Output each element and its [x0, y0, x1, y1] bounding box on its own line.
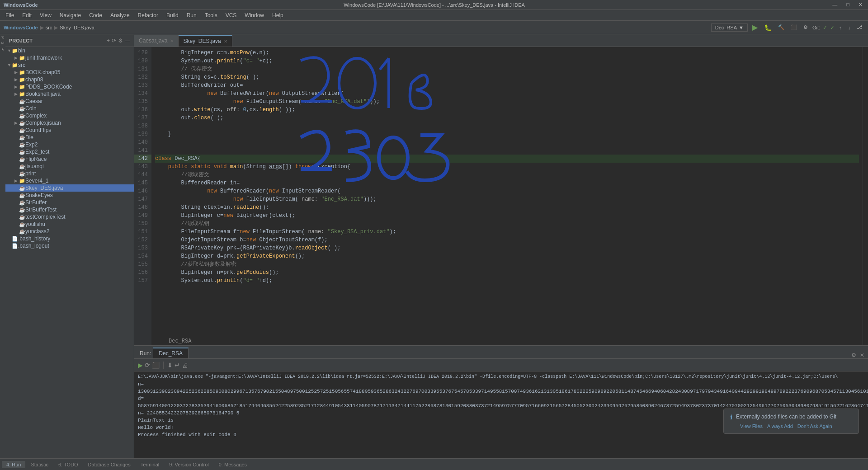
git-pull-icon[interactable]: ↓ — [846, 24, 853, 31]
code-editor[interactable]: 129 130 131 132 133 134 135 136 137 138 … — [134, 47, 868, 345]
tree-item-jisuanqi[interactable]: ☕jisuanqi — [5, 163, 134, 170]
tree-item-fliprace[interactable]: ☕FlipRace — [5, 155, 134, 163]
menu-item-window[interactable]: Window — [241, 11, 268, 19]
tree-item-yunclass2[interactable]: ☕yunclass2 — [5, 228, 134, 235]
soft-wrap-btn[interactable]: ↵ — [175, 362, 180, 369]
maximize-button[interactable]: □ — [844, 2, 851, 8]
status-tab-4--run[interactable]: 4: Run — [2, 461, 25, 468]
structure-icon[interactable]: S — [0, 42, 5, 44]
tab-skey-des-close[interactable]: ✕ — [224, 39, 227, 44]
tree-item-label: .bash_history — [18, 235, 50, 242]
bottom-tab-run-label: Run: — [134, 348, 153, 358]
tree-item-bin[interactable]: ▼📁bin — [5, 47, 134, 54]
tree-arrow-icon: ▶ — [14, 77, 19, 82]
build-button[interactable]: 🔨 — [776, 24, 786, 31]
menu-item-code[interactable]: Code — [85, 11, 106, 19]
tree-item-caesar[interactable]: ☕Caesar — [5, 98, 134, 105]
status-tab-6--todo[interactable]: 6: TODO — [54, 461, 83, 468]
debug-button[interactable]: 🐛 — [762, 23, 774, 32]
menu-item-edit[interactable]: Edit — [19, 11, 35, 19]
menu-item-tools[interactable]: Tools — [201, 11, 221, 19]
tree-item-die[interactable]: ☕Die — [5, 134, 134, 141]
bottom-tab-run[interactable]: Dec_RSA — [153, 348, 189, 358]
tree-item-skey-des-java[interactable]: ☕Skey_DES.java — [5, 184, 134, 192]
menu-item-view[interactable]: View — [36, 11, 55, 19]
tree-item--bash-logout[interactable]: 📄.bash_logout — [5, 242, 134, 249]
menu-item-refactor[interactable]: Refactor — [134, 11, 162, 19]
panel-close-icon[interactable]: ✕ — [860, 352, 864, 358]
git-push-icon[interactable]: ↑ — [837, 24, 844, 31]
tree-item-book-chap05[interactable]: ▶📁BOOK.chap05 — [5, 69, 134, 76]
status-tab-database-changes[interactable]: Database Changes — [84, 461, 135, 468]
tab-skey-des[interactable]: Skey_DES.java ✕ — [179, 35, 232, 47]
git-update-icon[interactable]: ✓ — [830, 24, 835, 31]
run-button[interactable]: ▶ — [750, 22, 760, 33]
minimize-button[interactable]: — — [830, 2, 839, 8]
menu-item-navigate[interactable]: Navigate — [56, 11, 85, 19]
status-tab-0--messages[interactable]: 0: Messages — [214, 461, 251, 468]
tree-item-youlishu[interactable]: ☕youlishu — [5, 221, 134, 228]
scroll-end-btn[interactable]: ⬇ — [167, 362, 173, 369]
menu-item-run[interactable]: Run — [183, 11, 200, 19]
tree-item-exp2[interactable]: ☕Exp2 — [5, 141, 134, 148]
run-stop-btn[interactable]: ⬛ — [152, 362, 160, 369]
tree-item-sever4-1[interactable]: ▶📁Sever4_1 — [5, 177, 134, 184]
menu-item-help[interactable]: Help — [269, 11, 287, 19]
tree-item-print[interactable]: ☕print — [5, 170, 134, 177]
stop-button[interactable]: ⬛ — [789, 24, 799, 31]
tree-item-chap08[interactable]: ▶📁chap08 — [5, 76, 134, 83]
tree-item-testcomplextest[interactable]: ☕testComplexTest — [5, 213, 134, 221]
notification-always-add-link[interactable]: Always Add — [767, 423, 793, 429]
tree-item-strbuffertest[interactable]: ☕StrBufferTest — [5, 206, 134, 213]
tree-item-countflips[interactable]: ☕CountFlips — [5, 127, 134, 134]
menu-item-build[interactable]: Build — [163, 11, 182, 19]
print-btn[interactable]: 🖨 — [182, 362, 188, 369]
settings-icon[interactable]: ⚙ — [802, 24, 810, 31]
project-icon[interactable]: P — [0, 36, 5, 39]
tree-item-src[interactable]: ▼📁src — [5, 61, 134, 69]
tree-item-complex[interactable]: ☕Complex — [5, 112, 134, 119]
tree-item-coin[interactable]: ☕Coin — [5, 105, 134, 112]
sidebar-header: Project + ⟳ ⚙ — — [5, 34, 134, 47]
toolbar-left: WindowsCode ▶ src ▶ Skey_DES.java — [4, 24, 94, 31]
tree-item-complexjisuan[interactable]: ▶☕Complexjisuan — [5, 119, 134, 127]
tab-caesar-close[interactable]: ✕ — [170, 38, 174, 43]
tree-item-bookshelf-java[interactable]: ▶📁Bookshelf.java — [5, 90, 134, 98]
tree-file-icon: ☕ — [19, 214, 25, 220]
sidebar-sync-icon[interactable]: ⟳ — [112, 38, 116, 44]
tree-file-icon: ☕ — [19, 127, 25, 133]
tree-item-exp2-test[interactable]: ☕Exp2_test — [5, 148, 134, 155]
run-rerun-btn[interactable]: ⟳ — [145, 362, 150, 369]
tree-file-icon: ☕ — [19, 193, 25, 198]
tree-item-label: BOOK.chap05 — [25, 69, 60, 75]
git-check-icon[interactable]: ✓ — [823, 24, 827, 31]
sidebar-settings-icon[interactable]: ⚙ — [118, 38, 123, 44]
notification-view-files-link[interactable]: View Files — [740, 423, 763, 429]
menu-item-vcs[interactable]: VCS — [222, 11, 241, 19]
panel-settings-icon[interactable]: ⚙ — [851, 352, 856, 358]
tree-arrow-icon: ▶ — [14, 56, 19, 60]
console-line: n= 1300312398230942252362285090080299671… — [138, 381, 864, 395]
tab-caesar[interactable]: Caesar.java ✕ — [134, 35, 179, 47]
tree-item-snakeeyes[interactable]: ☕SnakeEyes — [5, 192, 134, 199]
tree-item-junit-framework[interactable]: ▶📁junit.framework — [5, 54, 134, 61]
notification-dont-ask-link[interactable]: Don't Ask Again — [797, 423, 832, 429]
tree-file-icon: 📁 — [12, 48, 18, 54]
menu-item-analyze[interactable]: Analyze — [107, 11, 133, 19]
tree-item--bash-history[interactable]: 📄.bash_history — [5, 235, 134, 242]
tree-item-strbuffer[interactable]: ☕StrBuffer — [5, 199, 134, 206]
sidebar-add-icon[interactable]: + — [107, 38, 110, 44]
menu-item-file[interactable]: File — [2, 11, 18, 19]
close-button[interactable]: ✕ — [857, 2, 864, 8]
status-tab-9--version-control[interactable]: 9: Version Control — [165, 461, 213, 468]
status-tab-terminal[interactable]: Terminal — [136, 461, 164, 468]
code-content[interactable]: BigInteger c=m.modPow(e,n); System.out.p… — [151, 47, 863, 345]
sidebar-collapse-icon[interactable]: — — [125, 38, 130, 44]
tree-file-icon: ☕ — [19, 156, 25, 162]
run-play-btn[interactable]: ▶ — [138, 362, 143, 369]
run-config-dropdown[interactable]: Dec_RSA ▼ — [711, 24, 748, 32]
status-tab-statistic[interactable]: Statistic — [26, 461, 53, 468]
favorites-icon[interactable]: ★ — [1, 47, 5, 52]
vcs-icon[interactable]: ⎇ — [855, 24, 864, 31]
tree-item-pdds-bookcode[interactable]: ▶📁PDDS_BOOKCode — [5, 83, 134, 90]
